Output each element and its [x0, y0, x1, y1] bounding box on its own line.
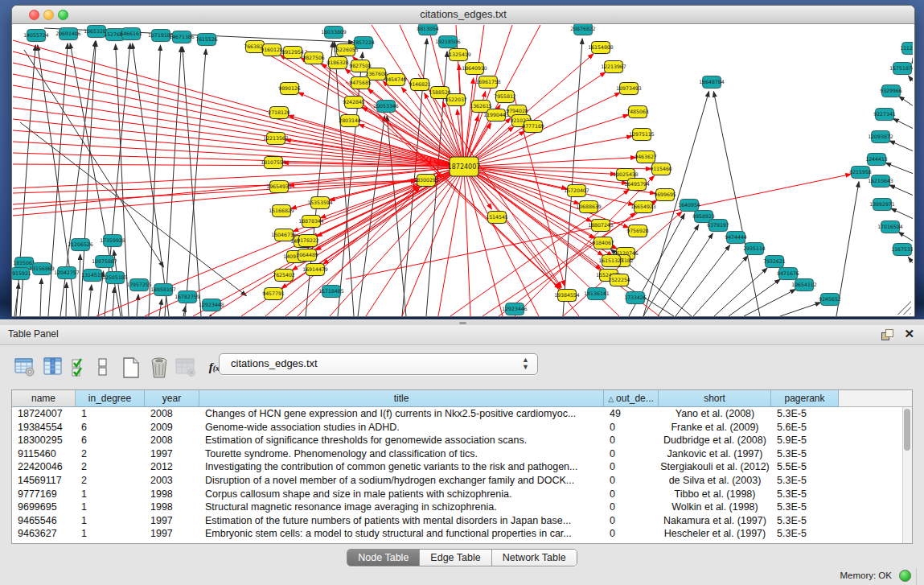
graph-node[interactable]: 11325419	[446, 49, 471, 62]
table-select-dropdown[interactable]: citations_edges.txt ▲▼	[219, 353, 538, 375]
graph-node[interactable]: 21206526	[68, 239, 93, 252]
graph-node[interactable]: 9245652	[819, 294, 841, 307]
graph-node[interactable]: 7485063	[626, 106, 649, 119]
close-traffic-light[interactable]	[29, 10, 39, 20]
graph-node[interactable]: 16914479	[302, 264, 328, 277]
graph-node[interactable]: 18724007	[448, 157, 481, 177]
graph-node[interactable]: 14136141	[584, 288, 610, 301]
graph-node[interactable]: 8186328	[326, 57, 349, 70]
graph-node[interactable]: 2935114	[743, 243, 766, 256]
graph-node[interactable]: 9777169	[522, 121, 544, 134]
network-window-titlebar[interactable]: citations_edges.txt	[12, 6, 914, 24]
graph-node[interactable]: 16654923	[630, 201, 656, 214]
graph-node[interactable]: 18640910	[462, 63, 487, 76]
graph-node[interactable]: 2064489	[296, 249, 318, 262]
graph-node[interactable]: 12505185	[102, 272, 128, 285]
graph-node[interactable]: 9457791	[262, 288, 285, 301]
graph-node[interactable]: 12042757	[54, 267, 80, 280]
graph-node[interactable]: 16782759	[175, 291, 200, 304]
graph-node[interactable]: 9242845	[343, 97, 365, 109]
graph-node[interactable]: 12213967	[601, 61, 626, 74]
network-graph[interactable]: 1405572420691406106532871527602646616110…	[12, 24, 913, 316]
table-scrollbar[interactable]	[902, 407, 912, 543]
close-panel-icon[interactable]: ✕	[904, 327, 914, 341]
graph-node[interactable]: 12093872	[868, 131, 893, 144]
column-header-pagerank[interactable]: pagerank	[771, 390, 839, 407]
graph-node[interactable]: 1733426	[624, 292, 647, 305]
graph-node[interactable]: 9475685	[349, 77, 372, 90]
graph-node[interactable]: 13156869	[29, 263, 55, 276]
graph-node[interactable]: 9756928	[626, 225, 649, 238]
table-settings-button[interactable]	[13, 355, 37, 379]
graph-node[interactable]: 9890126	[278, 83, 301, 96]
graph-node[interactable]: 19218506	[435, 36, 461, 49]
graph-node[interactable]: 16958107	[150, 284, 176, 297]
graph-node[interactable]: 9827506	[302, 52, 325, 65]
graph-node[interactable]: 20053346	[373, 101, 399, 113]
row-height-button[interactable]	[95, 355, 119, 379]
graph-node[interactable]: 1314519	[81, 270, 104, 282]
delete-table-button[interactable]	[174, 355, 198, 379]
zoom-traffic-light[interactable]	[58, 10, 68, 20]
graph-node[interactable]: 16961758	[475, 76, 501, 89]
table-row[interactable]: 977716911998Corpus callosum shape and si…	[12, 488, 905, 501]
graph-node[interactable]: 9227341	[873, 109, 896, 122]
minimize-traffic-light[interactable]	[43, 10, 54, 20]
graph-node[interactable]: 2803144	[339, 115, 361, 128]
table-row[interactable]: 1938455462009Genome-wide association stu…	[12, 421, 905, 435]
create-table-button[interactable]	[119, 355, 143, 379]
graph-node[interactable]: 16033809	[321, 27, 347, 39]
graph-node[interactable]: 9178222	[297, 235, 319, 248]
graph-node[interactable]: 1244413	[865, 154, 888, 167]
float-panel-icon[interactable]	[881, 329, 893, 340]
graph-node[interactable]: 7625402	[273, 270, 295, 282]
graph-node[interactable]: 8813054	[417, 24, 439, 36]
graph-node[interactable]: 2522254	[608, 274, 630, 287]
table-row[interactable]: 911546021997Tourette syndrome. Phenomeno…	[12, 447, 905, 461]
graph-node[interactable]: 9160128	[261, 44, 283, 57]
graph-node[interactable]: 12923448	[199, 299, 224, 312]
memory-status-indicator[interactable]	[899, 570, 911, 582]
graph-node[interactable]: 8454749	[384, 74, 407, 87]
table-row[interactable]: 1456911722003Disruption of a novel membe…	[12, 474, 905, 488]
graph-node[interactable]: 7615526	[195, 34, 218, 47]
graph-node[interactable]: 20876822	[570, 24, 596, 36]
graph-node[interactable]: 2718120	[268, 107, 290, 120]
graph-node[interactable]: 12923446	[502, 303, 528, 316]
graph-node[interactable]: 7955812	[494, 91, 516, 104]
graph-node[interactable]: 19384554	[554, 290, 580, 303]
graph-node[interactable]: 6379197	[707, 220, 729, 233]
table-row[interactable]: 1872400712008Changes of HCN gene express…	[12, 407, 905, 421]
graph-node[interactable]: 13992971	[869, 199, 895, 212]
graph-node[interactable]: 8522037	[445, 94, 467, 107]
graph-node[interactable]: 10975887	[92, 256, 117, 269]
graph-node[interactable]: 17359928	[100, 235, 125, 248]
graph-node[interactable]: 16495794	[624, 179, 650, 192]
graph-node[interactable]: 7932621	[763, 256, 786, 269]
graph-node[interactable]: 8471676	[777, 268, 799, 281]
column-header-short[interactable]: short	[659, 390, 771, 407]
graph-node[interactable]: 9329966	[880, 85, 902, 98]
network-canvas[interactable]: 1405572420691406106532871527602646616110…	[12, 24, 913, 316]
graph-node[interactable]: 15166829	[269, 205, 294, 218]
graph-node[interactable]: 3915921	[12, 268, 31, 281]
graph-node[interactable]: 15718485	[318, 286, 344, 299]
graph-node[interactable]: 15720407	[564, 185, 589, 198]
column-header-year[interactable]: year	[145, 390, 199, 407]
graph-node[interactable]: 16154808	[588, 42, 614, 55]
tab-edge-table[interactable]: Edge Table	[420, 550, 491, 566]
graph-node[interactable]: 17957255	[126, 279, 152, 292]
graph-node[interactable]: 10973493	[616, 83, 642, 96]
graph-node[interactable]: 18807243	[588, 220, 614, 233]
graph-node[interactable]: 14055724	[23, 30, 49, 43]
table-row[interactable]: 2242004622012Investigating the contribut…	[12, 460, 905, 474]
graph-node[interactable]: 9184067	[592, 237, 614, 250]
graph-node[interactable]: 17016504	[877, 221, 903, 234]
graph-node[interactable]: 9146821	[409, 79, 431, 92]
graph-node[interactable]: 16210643	[868, 175, 893, 188]
graph-node[interactable]: 19654935	[266, 181, 292, 194]
graph-node[interactable]: 12975115	[629, 129, 655, 142]
column-header-name[interactable]: name	[12, 390, 76, 407]
graph-node[interactable]: 9115460	[650, 163, 672, 176]
table-row[interactable]: 946362711997Embryonic stem cells: a mode…	[12, 527, 905, 541]
